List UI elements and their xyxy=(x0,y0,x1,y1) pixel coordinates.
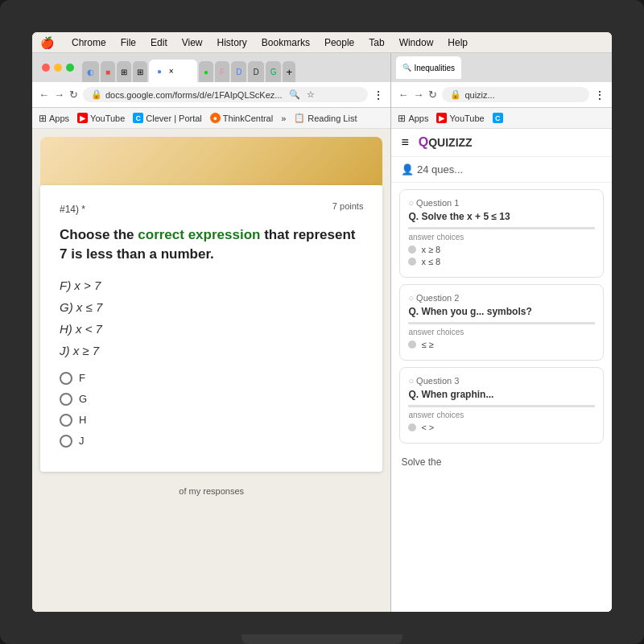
q1-choice-2: x ≤ 8 xyxy=(408,257,595,266)
forward-button-right[interactable]: → xyxy=(413,89,423,101)
radio-g[interactable]: G xyxy=(60,393,363,406)
question-item-2[interactable]: ○ Question 2 Q. When you g... symbols? a… xyxy=(399,284,604,361)
question-item-3[interactable]: ○ Question 3 Q. When graphin... answer c… xyxy=(399,367,604,444)
radio-h[interactable]: H xyxy=(60,414,363,427)
back-button-right[interactable]: ← xyxy=(398,89,408,101)
q1-label: Question 1 xyxy=(416,198,459,208)
q2-header: ○ Question 2 xyxy=(408,293,595,303)
active-tab[interactable]: ● × xyxy=(149,60,197,82)
menu-view[interactable]: View xyxy=(182,37,203,48)
menu-chrome[interactable]: Chrome xyxy=(72,37,106,48)
url-text-right: quiziz... xyxy=(464,90,494,100)
laptop-bottom-bar xyxy=(242,634,402,644)
apps-grid-icon: ⊞ xyxy=(39,113,47,124)
answer-choice-j: J) x ≥ 7 xyxy=(60,344,363,357)
c-icon-right: C xyxy=(493,113,503,123)
hamburger-icon[interactable]: ≡ xyxy=(401,135,408,150)
menu-help[interactable]: Help xyxy=(448,37,468,48)
refresh-button-right[interactable]: ↻ xyxy=(428,89,437,101)
menu-edit[interactable]: Edit xyxy=(151,37,167,48)
refresh-button[interactable]: ↻ xyxy=(69,89,78,101)
address-bar-right: ← → ↻ 🔒 quiziz... ⋮ xyxy=(391,82,612,108)
bookmarks-bar-right: ⊞ Apps ▶ YouTube C xyxy=(391,108,612,129)
question-item-1[interactable]: ○ Question 1 Q. Solve the x + 5 ≤ 13 ans… xyxy=(399,189,604,278)
more-options-icon-right[interactable]: ⋮ xyxy=(594,89,605,101)
radio-options: F G H xyxy=(60,372,363,448)
question-text-start: Choose the xyxy=(60,227,138,242)
q1-text: Q. Solve the x + 5 ≤ 13 xyxy=(408,211,595,222)
q3-text: Q. When graphin... xyxy=(408,389,595,400)
q1-header: ○ Question 1 xyxy=(408,198,595,208)
minimize-button[interactable] xyxy=(54,64,62,72)
bookmark-youtube[interactable]: ▶ YouTube xyxy=(77,113,125,123)
radio-circle-g[interactable] xyxy=(60,393,72,406)
content-area-left[interactable]: #14) * 7 points Choose the correct expre… xyxy=(32,129,390,612)
bookmark-c-right[interactable]: C xyxy=(493,113,503,123)
menu-people[interactable]: People xyxy=(324,37,354,48)
answer-choice-f: F) x > 7 xyxy=(60,279,363,292)
dot-2a xyxy=(408,341,416,349)
screen: 🍎 Chrome File Edit View History Bookmark… xyxy=(32,32,612,612)
bookmark-reading-list[interactable]: 📋 Reading List xyxy=(294,113,357,123)
bookmark-more[interactable]: » xyxy=(281,114,286,123)
question-text-highlight: correct expression xyxy=(138,227,260,242)
radio-circle-j[interactable] xyxy=(60,435,72,448)
lock-icon: 🔒 xyxy=(91,89,102,100)
answer-choice-h: H) x < 7 xyxy=(60,322,363,336)
traffic-lights xyxy=(37,60,79,75)
q1-choice-1: x ≥ 8 xyxy=(408,245,595,254)
maximize-button[interactable] xyxy=(66,64,74,72)
menu-tab[interactable]: Tab xyxy=(369,37,384,48)
quizizz-logo: QQUIZIZZ xyxy=(419,135,473,150)
bookmark-apps[interactable]: ⊞ Apps xyxy=(39,113,69,124)
q1-choice-2-text: x ≤ 8 xyxy=(421,257,440,266)
radio-f[interactable]: F xyxy=(60,372,363,385)
radio-label-g: G xyxy=(79,393,87,405)
q2-choices-label: answer choices xyxy=(408,328,595,336)
solve-the-text: Solve the xyxy=(391,450,612,474)
menu-bookmarks[interactable]: Bookmarks xyxy=(262,37,310,48)
radio-label-h: H xyxy=(79,414,86,426)
bookmark-clever[interactable]: C Clever | Portal xyxy=(133,113,202,123)
quiz-count: 👤 24 ques... xyxy=(391,157,612,183)
right-browser: 🔍 Inequalities ← → ↻ 🔒 quiziz... ⋮ xyxy=(391,53,612,612)
more-bookmarks-icon: » xyxy=(281,114,286,123)
menu-window[interactable]: Window xyxy=(399,37,434,48)
radio-j[interactable]: J xyxy=(60,435,363,448)
dot-1a xyxy=(408,246,416,254)
close-button[interactable] xyxy=(42,64,50,72)
count-icon: 👤 xyxy=(401,163,414,175)
split-container: ◐ ■ ⊞ ⊞ ● × xyxy=(32,53,612,612)
apple-menu[interactable]: 🍎 xyxy=(40,36,54,49)
q3-choice-1-text: < > xyxy=(421,423,434,432)
left-browser: ◐ ■ ⊞ ⊞ ● × xyxy=(32,53,391,612)
forward-button[interactable]: → xyxy=(54,89,64,101)
q-icon: Q xyxy=(419,135,428,149)
lock-icon-right: 🔒 xyxy=(450,89,461,100)
bookmark-apps-right[interactable]: ⊞ Apps xyxy=(398,113,428,124)
apps-icon-right: ⊞ xyxy=(398,113,406,124)
bookmark-youtube-right[interactable]: ▶ YouTube xyxy=(436,113,484,123)
url-text-left: docs.google.com/forms/d/e/1FAIpQLScKez..… xyxy=(105,90,283,100)
radio-circle-f[interactable] xyxy=(60,372,72,385)
q1-choices-label: answer choices xyxy=(408,233,595,242)
divider-1 xyxy=(408,227,595,229)
laptop-frame: 🍎 Chrome File Edit View History Bookmark… xyxy=(0,0,644,644)
dot-1b xyxy=(408,258,416,266)
bookmark-thinkcentral[interactable]: ● ThinkCentral xyxy=(210,113,273,123)
url-input-right[interactable]: 🔒 quiziz... xyxy=(442,87,589,102)
radio-circle-h[interactable] xyxy=(60,414,72,427)
divider-2 xyxy=(408,322,595,324)
reading-list-icon: 📋 xyxy=(294,113,305,123)
more-options-icon[interactable]: ⋮ xyxy=(373,89,384,101)
back-button[interactable]: ← xyxy=(39,89,49,101)
quizizz-content[interactable]: ≡ QQUIZIZZ 👤 24 ques... ○ xyxy=(391,129,612,612)
q3-header: ○ Question 3 xyxy=(408,376,595,386)
youtube-icon: ▶ xyxy=(77,113,88,123)
q2-choice-1: ≤ ≥ xyxy=(408,340,595,349)
url-input-left[interactable]: 🔒 docs.google.com/forms/d/e/1FAIpQLScKez… xyxy=(83,87,368,102)
menu-file[interactable]: File xyxy=(121,37,136,48)
q3-choice-1: < > xyxy=(408,423,595,432)
quizizz-header: ≡ QQUIZIZZ xyxy=(391,129,612,157)
menu-history[interactable]: History xyxy=(217,37,247,48)
